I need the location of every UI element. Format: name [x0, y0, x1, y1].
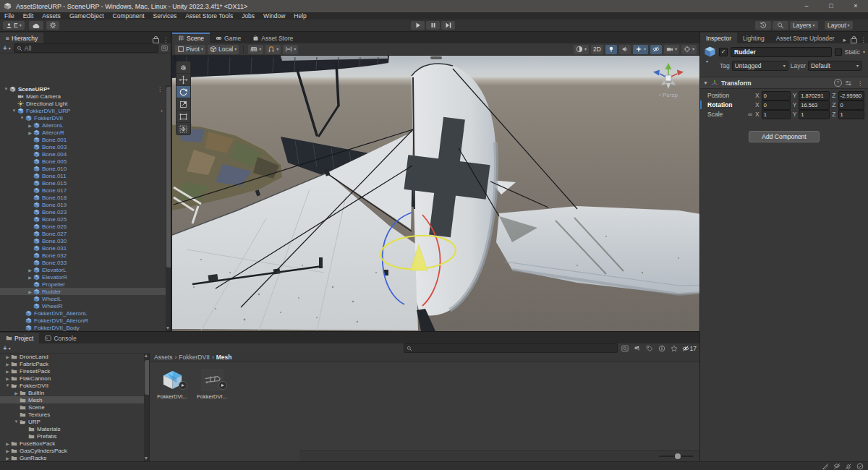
- scale-link-icon[interactable]: ∞: [747, 111, 753, 118]
- grid-visibility-button[interactable]: ▾: [248, 45, 263, 54]
- scene-lighting-toggle[interactable]: [605, 45, 617, 54]
- pause-button[interactable]: [426, 21, 440, 30]
- inspector-tab[interactable]: Inspector: [700, 33, 737, 43]
- gizmos-button[interactable]: ▾: [681, 45, 697, 54]
- lock-icon[interactable]: [150, 36, 161, 43]
- layer-dropdown[interactable]: Default ▾: [808, 61, 861, 71]
- asset-item[interactable]: FokkerDVI...: [157, 369, 187, 400]
- menu-item[interactable]: Asset Store Tools: [181, 12, 237, 20]
- breadcrumb-current[interactable]: Mesh: [216, 354, 232, 361]
- foldout-arrow-icon[interactable]: ▶: [27, 268, 33, 273]
- foldout-arrow-icon[interactable]: ▶: [4, 456, 11, 461]
- undo-history-button[interactable]: [755, 21, 771, 30]
- help-icon[interactable]: ?: [834, 79, 842, 87]
- hierarchy-item[interactable]: Bone.017: [0, 187, 166, 194]
- notifications-muted-icon[interactable]: [845, 463, 852, 470]
- object-name-field[interactable]: Rudder: [731, 47, 832, 57]
- pivot-toggle-button[interactable]: Pivot ▾: [175, 45, 205, 54]
- thumbnail-zoom-slider[interactable]: [659, 456, 694, 457]
- project-search-input[interactable]: [404, 343, 618, 353]
- foldout-arrow-icon[interactable]: ▼: [11, 108, 17, 113]
- foldout-arrow-icon[interactable]: ▶: [4, 448, 11, 453]
- hierarchy-item[interactable]: WheelL: [0, 295, 166, 302]
- asset-expand-badge[interactable]: [179, 381, 187, 390]
- kebab-menu-icon[interactable]: ⋮: [855, 80, 865, 87]
- scene-tool-button[interactable]: [176, 74, 190, 86]
- scene-tool-button[interactable]: [176, 98, 190, 111]
- hierarchy-item[interactable]: Bone.032: [0, 252, 166, 259]
- prefab-open-arrow[interactable]: ›: [161, 108, 163, 114]
- tab-hierarchy[interactable]: ≡ Hierarchy: [0, 33, 43, 43]
- foldout-arrow-icon[interactable]: ▶: [27, 289, 33, 294]
- menu-item[interactable]: Help: [289, 12, 310, 20]
- services-gear-button[interactable]: [46, 21, 59, 30]
- filter-by-type-icon[interactable]: [633, 345, 642, 352]
- folder-item[interactable]: Prefabs: [0, 432, 144, 440]
- tag-dropdown[interactable]: Untagged ▾: [732, 61, 788, 71]
- filter-by-label-icon[interactable]: [645, 345, 655, 352]
- maximize-button[interactable]: □: [819, 0, 843, 12]
- tab-overflow-icon[interactable]: ▸: [841, 36, 850, 43]
- hierarchy-item[interactable]: Directional Light: [0, 100, 166, 107]
- scene-tool-button[interactable]: [176, 123, 190, 134]
- foldout-arrow-icon[interactable]: ▶: [27, 275, 33, 280]
- folder-item[interactable]: ▶ GasCylindersPack: [0, 447, 144, 454]
- hierarchy-item[interactable]: ▼ SceneURP* ⋮: [0, 85, 166, 93]
- asset-item[interactable]: FokkerDVI...: [197, 369, 227, 400]
- hierarchy-item[interactable]: WheelR: [0, 302, 166, 309]
- hierarchy-item[interactable]: Bone.003: [0, 143, 166, 150]
- hierarchy-item[interactable]: Bone.030: [0, 237, 166, 244]
- foldout-arrow-icon[interactable]: ▶: [27, 130, 33, 135]
- play-button[interactable]: [411, 21, 425, 30]
- hierarchy-item[interactable]: ▶ AileronL: [0, 121, 166, 129]
- hierarchy-item[interactable]: Bone.033: [0, 259, 166, 266]
- favorites-icon[interactable]: [670, 345, 679, 352]
- menu-item[interactable]: Services: [149, 12, 182, 20]
- project-tab[interactable]: Console: [39, 333, 82, 343]
- layers-dropdown[interactable]: Layers ▾: [790, 21, 818, 30]
- folder-item[interactable]: ▶ GunRacks: [0, 454, 144, 461]
- auto-generate-lighting-off-icon[interactable]: [822, 463, 829, 470]
- z-value-field[interactable]: 0: [838, 101, 864, 110]
- scene-view-tab[interactable]: Asset Store: [247, 33, 299, 43]
- hierarchy-search-input[interactable]: All: [14, 43, 158, 53]
- foldout-arrow-icon[interactable]: ▶: [4, 362, 11, 367]
- breadcrumb-root[interactable]: Assets: [154, 354, 173, 361]
- x-value-field[interactable]: 0: [762, 101, 791, 110]
- hierarchy-item[interactable]: Bone.005: [0, 158, 166, 165]
- scene-effects-toggle[interactable]: ▾: [633, 45, 648, 54]
- hierarchy-scrollbar[interactable]: [166, 85, 171, 331]
- hierarchy-item[interactable]: Bone.010: [0, 165, 166, 172]
- x-value-field[interactable]: 0: [762, 91, 791, 101]
- hierarchy-item[interactable]: Bone.001: [0, 136, 166, 143]
- overlay-handle[interactable]: [430, 56, 442, 59]
- kebab-menu-icon[interactable]: ⋮: [161, 36, 171, 43]
- foldout-arrow-icon[interactable]: ▼: [3, 87, 9, 91]
- menu-item[interactable]: File: [0, 12, 19, 20]
- foldout-arrow-icon[interactable]: ▼: [703, 80, 708, 85]
- folder-item[interactable]: Materials: [0, 425, 144, 432]
- scene-tool-button[interactable]: [176, 61, 190, 74]
- step-button[interactable]: [441, 21, 455, 30]
- foldout-arrow-icon[interactable]: ▼: [4, 383, 11, 388]
- kebab-menu-icon[interactable]: ⋮: [859, 36, 868, 43]
- lock-icon[interactable]: [849, 36, 859, 43]
- hierarchy-item[interactable]: ▶ ElevatorR: [0, 273, 166, 281]
- folder-item[interactable]: ▼ FokkerDVII: [0, 382, 144, 389]
- camera-settings-button[interactable]: ▾: [664, 45, 679, 54]
- menu-item[interactable]: Edit: [19, 12, 38, 20]
- hierarchy-item[interactable]: Bone.026: [0, 223, 166, 230]
- hierarchy-item[interactable]: Bone.015: [0, 179, 166, 187]
- hierarchy-item[interactable]: Bone.004: [0, 150, 166, 158]
- prefab-open-arrow[interactable]: ⋮: [157, 86, 163, 93]
- hierarchy-item[interactable]: ▼ FokkerDVII: [0, 114, 166, 121]
- folder-item[interactable]: ▶ DroneLand: [0, 353, 144, 360]
- x-value-field[interactable]: 1: [762, 110, 791, 119]
- hierarchy-item[interactable]: ▶ ElevatorL: [0, 266, 166, 273]
- scene-viewport[interactable]: ‹ Persp: [172, 56, 699, 331]
- handle-space-button[interactable]: Local ▾: [208, 45, 239, 54]
- project-tree-scrollbar[interactable]: [144, 353, 149, 461]
- orientation-gizmo[interactable]: ‹ Persp: [649, 60, 688, 98]
- breadcrumb-folder[interactable]: FokkerDVII: [179, 354, 210, 361]
- hierarchy-item[interactable]: Main Camera: [0, 93, 166, 100]
